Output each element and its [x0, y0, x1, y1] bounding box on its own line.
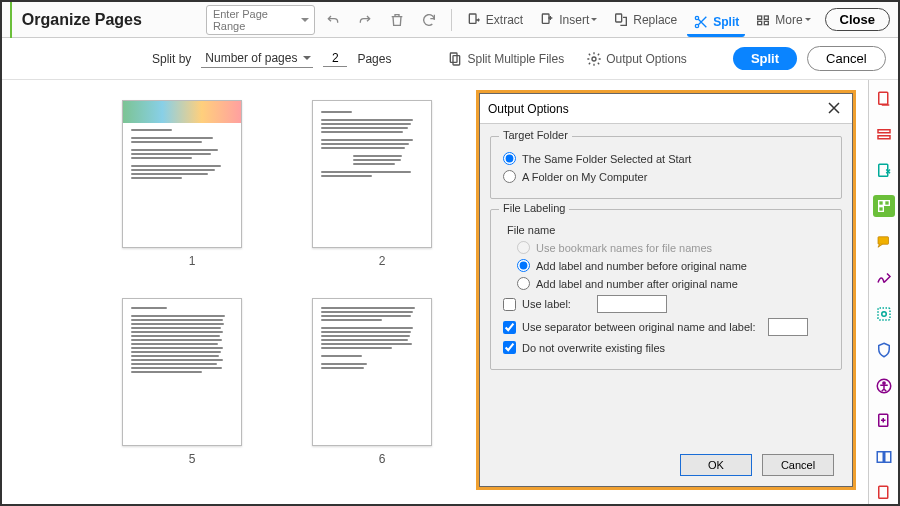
- page-range-dropdown[interactable]: Enter Page Range: [206, 5, 315, 35]
- pages-label: Pages: [357, 52, 391, 66]
- file-labeling-group-label: File Labeling: [499, 202, 569, 214]
- replace-label: Replace: [633, 13, 677, 27]
- radio-before-input[interactable]: [517, 259, 530, 272]
- svg-rect-1: [543, 14, 550, 23]
- tool-create-pdf-icon[interactable]: [873, 160, 895, 182]
- undo-button[interactable]: [319, 8, 347, 32]
- tool-add-icon[interactable]: [873, 410, 895, 432]
- dialog-close-button[interactable]: [824, 100, 844, 117]
- svg-rect-26: [884, 452, 890, 463]
- output-options-button[interactable]: Output Options: [580, 47, 693, 71]
- page-thumb-1[interactable]: 1: [122, 100, 262, 268]
- thumb-label: 5: [122, 452, 262, 466]
- svg-rect-9: [451, 53, 458, 62]
- radio-label-before[interactable]: Add label and number before original nam…: [517, 259, 831, 272]
- svg-rect-2: [616, 14, 622, 22]
- dialog-ok-button[interactable]: OK: [680, 454, 752, 476]
- svg-rect-25: [877, 452, 883, 463]
- checkbox-no-overwrite-input[interactable]: [503, 341, 516, 354]
- tool-accessibility-icon[interactable]: [873, 375, 895, 397]
- split-tool-button[interactable]: Split: [687, 10, 745, 37]
- split-multiple-label: Split Multiple Files: [467, 52, 564, 66]
- page-thumb-2[interactable]: 2: [312, 100, 452, 268]
- redo-button[interactable]: [351, 8, 379, 32]
- svg-rect-10: [453, 55, 460, 64]
- close-button[interactable]: Close: [825, 8, 890, 31]
- page-title: Organize Pages: [22, 11, 142, 29]
- page-thumb-6[interactable]: 6: [312, 298, 452, 466]
- svg-rect-5: [758, 16, 762, 19]
- rotate-button[interactable]: [415, 8, 443, 32]
- tool-redact-icon[interactable]: [873, 303, 895, 325]
- extract-label: Extract: [486, 13, 523, 27]
- split-count-input[interactable]: [323, 50, 347, 67]
- svg-rect-7: [758, 21, 762, 24]
- tool-more-icon[interactable]: [873, 482, 895, 504]
- tool-protect-icon[interactable]: [873, 339, 895, 361]
- radio-my-computer[interactable]: A Folder on My Computer: [503, 170, 831, 183]
- radio-label-after[interactable]: Add label and number after original name: [517, 277, 831, 290]
- content-area: 1 2 5 6: [2, 80, 898, 504]
- tool-edit-pdf-icon[interactable]: [873, 124, 895, 146]
- radio-after-input[interactable]: [517, 277, 530, 290]
- trash-icon: [389, 12, 405, 28]
- tool-export-pdf-icon[interactable]: [873, 88, 895, 110]
- split-multiple-button[interactable]: Split Multiple Files: [441, 47, 570, 71]
- radio-same-folder[interactable]: The Same Folder Selected at Start: [503, 152, 831, 165]
- split-button[interactable]: Split: [733, 47, 797, 70]
- separator-text-input[interactable]: [768, 318, 808, 336]
- svg-point-23: [882, 381, 884, 383]
- more-label: More: [775, 13, 802, 27]
- insert-icon: [539, 12, 555, 28]
- files-icon: [447, 51, 463, 67]
- checkbox-no-overwrite-text: Do not overwrite existing files: [522, 342, 665, 354]
- tool-comment-icon[interactable]: [873, 231, 895, 253]
- svg-rect-13: [878, 129, 890, 132]
- replace-icon: [613, 12, 629, 28]
- insert-button[interactable]: Insert: [533, 8, 603, 32]
- radio-same-folder-input[interactable]: [503, 152, 516, 165]
- tool-fill-sign-icon[interactable]: [873, 267, 895, 289]
- separator: [451, 9, 452, 31]
- more-icon: [755, 12, 771, 28]
- split-label: Split: [713, 15, 739, 29]
- checkbox-use-label[interactable]: Use label:: [503, 295, 831, 313]
- close-icon: [828, 102, 840, 114]
- label-text-input[interactable]: [597, 295, 667, 313]
- checkbox-use-label-input[interactable]: [503, 298, 516, 311]
- radio-bookmark-names[interactable]: Use bookmark names for file names: [517, 241, 831, 254]
- svg-rect-19: [878, 237, 889, 245]
- file-name-sub-label: File name: [507, 224, 831, 236]
- svg-rect-18: [878, 207, 883, 212]
- thumb-label: 6: [312, 452, 452, 466]
- toolbar-top: Organize Pages Enter Page Range Extract …: [2, 2, 898, 38]
- undo-icon: [325, 12, 341, 28]
- radio-bookmark-input: [517, 241, 530, 254]
- split-mode-dropdown[interactable]: Number of pages: [201, 49, 313, 68]
- tool-compare-icon[interactable]: [873, 446, 895, 468]
- svg-rect-20: [878, 308, 890, 320]
- svg-rect-6: [765, 16, 769, 19]
- insert-label: Insert: [559, 13, 589, 27]
- radio-my-computer-input[interactable]: [503, 170, 516, 183]
- extract-button[interactable]: Extract: [460, 8, 529, 32]
- checkbox-separator[interactable]: Use separator between original name and …: [503, 318, 831, 336]
- page-thumb-5[interactable]: 5: [122, 298, 262, 466]
- accent-bar: [10, 2, 12, 38]
- svg-point-21: [881, 312, 886, 317]
- tool-organize-pages-icon[interactable]: [873, 195, 895, 217]
- replace-button[interactable]: Replace: [607, 8, 683, 32]
- checkbox-separator-input[interactable]: [503, 321, 516, 334]
- dialog-cancel-button[interactable]: Cancel: [762, 454, 834, 476]
- right-tools-sidebar: [868, 80, 898, 504]
- checkbox-separator-text: Use separator between original name and …: [522, 321, 756, 333]
- scissors-icon: [693, 14, 709, 30]
- target-folder-group-label: Target Folder: [499, 129, 572, 141]
- svg-rect-8: [765, 21, 769, 24]
- checkbox-no-overwrite[interactable]: Do not overwrite existing files: [503, 341, 831, 354]
- delete-button[interactable]: [383, 8, 411, 32]
- svg-rect-12: [878, 92, 887, 104]
- cancel-button[interactable]: Cancel: [807, 46, 885, 71]
- dialog-title-text: Output Options: [488, 102, 569, 116]
- more-button[interactable]: More: [749, 8, 816, 32]
